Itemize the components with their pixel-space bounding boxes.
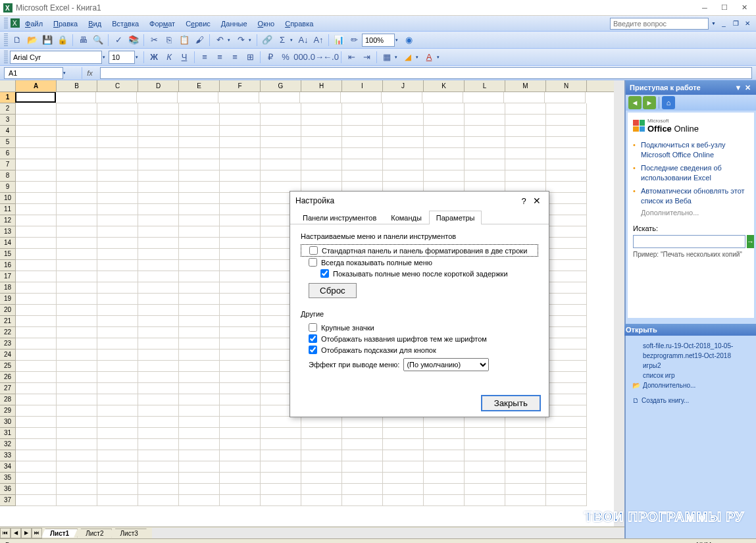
cell-F13[interactable]: [220, 226, 261, 238]
cell-E37[interactable]: [179, 495, 220, 506]
cell-C9[interactable]: [97, 182, 138, 193]
cell-D17[interactable]: [138, 271, 179, 282]
cell-K31[interactable]: [424, 428, 465, 439]
column-header-C[interactable]: C: [97, 80, 138, 91]
cell-L8[interactable]: [465, 170, 505, 182]
ask-question-input[interactable]: [610, 18, 709, 30]
cell-B17[interactable]: [57, 271, 97, 282]
print-preview-icon[interactable]: 🔍: [91, 33, 105, 47]
cell-I3[interactable]: [342, 115, 383, 126]
menu-data[interactable]: Данные: [216, 18, 253, 30]
zoom-dropdown-icon[interactable]: ▾: [395, 38, 401, 43]
cell-G1[interactable]: [259, 92, 300, 103]
cell-G3[interactable]: [261, 115, 301, 126]
cell-H4[interactable]: [301, 126, 342, 137]
cell-N17[interactable]: [546, 271, 587, 282]
cell-F6[interactable]: [220, 148, 261, 159]
new-icon[interactable]: 🗋: [10, 33, 24, 47]
cell-B12[interactable]: [57, 215, 97, 226]
cell-B20[interactable]: [57, 305, 97, 316]
cell-B23[interactable]: [57, 338, 97, 349]
cell-K36[interactable]: [424, 484, 465, 495]
cell-A26[interactable]: [16, 372, 57, 383]
cell-G34[interactable]: [261, 461, 301, 473]
cell-J2[interactable]: [383, 103, 424, 115]
cell-H1[interactable]: [300, 92, 341, 103]
zoom-combo[interactable]: 100%: [362, 34, 395, 47]
cell-B22[interactable]: [57, 327, 97, 338]
cell-N18[interactable]: [546, 282, 587, 294]
cell-C12[interactable]: [97, 215, 138, 226]
cell-A3[interactable]: [16, 115, 57, 126]
cell-C14[interactable]: [97, 238, 138, 249]
cell-H7[interactable]: [301, 159, 342, 170]
cell-F21[interactable]: [220, 316, 261, 327]
redo-dropdown-icon[interactable]: ▾: [249, 38, 254, 43]
cell-F23[interactable]: [220, 338, 261, 349]
first-sheet-button[interactable]: ⏮: [0, 528, 11, 538]
open-icon[interactable]: 📂: [25, 33, 39, 47]
cell-L3[interactable]: [465, 115, 505, 126]
row-header-15[interactable]: 15: [0, 249, 16, 260]
cell-K37[interactable]: [424, 495, 465, 506]
dialog-help-icon[interactable]: ?: [517, 196, 530, 206]
column-header-D[interactable]: D: [138, 80, 179, 91]
autosum-dropdown-icon[interactable]: ▾: [290, 38, 295, 43]
cell-C29[interactable]: [97, 405, 138, 417]
cell-N34[interactable]: [546, 461, 587, 473]
cell-B19[interactable]: [57, 294, 97, 305]
spelling-icon[interactable]: ✓: [111, 33, 126, 47]
cell-K5[interactable]: [424, 137, 465, 148]
cell-A10[interactable]: [16, 193, 57, 204]
chk-large-icons[interactable]: Крупные значки: [301, 322, 538, 333]
cell-F18[interactable]: [220, 282, 261, 294]
cell-C37[interactable]: [97, 495, 138, 506]
cell-D11[interactable]: [138, 204, 179, 215]
cell-N9[interactable]: [546, 182, 587, 193]
decrease-indent-icon[interactable]: ⇤: [344, 50, 359, 65]
cell-C3[interactable]: [97, 115, 138, 126]
row-header-12[interactable]: 12: [0, 215, 16, 226]
cell-C11[interactable]: [97, 204, 138, 215]
cell-E6[interactable]: [179, 148, 220, 159]
cell-A6[interactable]: [16, 148, 57, 159]
font-name-combo[interactable]: Arial Cyr: [10, 51, 102, 64]
cell-D3[interactable]: [138, 115, 179, 126]
cell-B18[interactable]: [57, 282, 97, 294]
cell-C26[interactable]: [97, 372, 138, 383]
row-header-26[interactable]: 26: [0, 372, 16, 383]
recent-file-3[interactable]: список игр: [632, 371, 749, 380]
recent-file-0[interactable]: soft-file.ru-19-Oct-2018_10-05-: [632, 341, 749, 351]
cell-F7[interactable]: [220, 159, 261, 170]
cell-H32[interactable]: [301, 439, 342, 450]
cell-E23[interactable]: [179, 338, 220, 349]
cell-L4[interactable]: [465, 126, 505, 137]
cell-G7[interactable]: [261, 159, 301, 170]
column-header-A[interactable]: A: [16, 80, 57, 91]
research-icon[interactable]: 📚: [126, 33, 141, 47]
cell-N31[interactable]: [546, 428, 587, 439]
cell-A36[interactable]: [16, 484, 57, 495]
cell-N4[interactable]: [546, 126, 587, 137]
cell-B2[interactable]: [57, 103, 97, 115]
cell-C24[interactable]: [97, 349, 138, 361]
comma-icon[interactable]: 000: [293, 50, 308, 65]
fill-dropdown-icon[interactable]: ▾: [416, 55, 421, 60]
cut-icon[interactable]: ✂: [147, 33, 161, 47]
cell-L36[interactable]: [465, 484, 505, 495]
cell-C18[interactable]: [97, 282, 138, 294]
cell-N5[interactable]: [546, 137, 587, 148]
menu-insert[interactable]: Вставка: [107, 18, 144, 30]
row-header-14[interactable]: 14: [0, 238, 16, 249]
select-all-corner[interactable]: [0, 80, 16, 91]
effect-select[interactable]: (По умолчанию): [403, 358, 489, 371]
cell-I33[interactable]: [342, 450, 383, 461]
cell-K4[interactable]: [424, 126, 465, 137]
cell-D22[interactable]: [138, 327, 179, 338]
cell-B8[interactable]: [57, 170, 97, 182]
cell-D25[interactable]: [138, 361, 179, 372]
cell-C36[interactable]: [97, 484, 138, 495]
cell-D2[interactable]: [138, 103, 179, 115]
cell-B34[interactable]: [57, 461, 97, 473]
cell-A2[interactable]: [16, 103, 57, 115]
